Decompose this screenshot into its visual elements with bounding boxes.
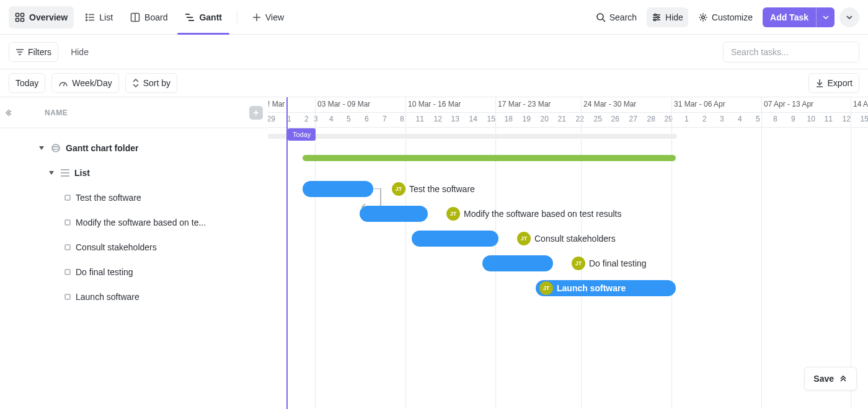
gantt-task-bar[interactable] xyxy=(303,181,373,197)
tab-label: List xyxy=(99,12,113,22)
export-button[interactable]: Export xyxy=(808,73,859,93)
add-task-button[interactable]: Add Task xyxy=(763,12,816,22)
today-button[interactable]: Today xyxy=(9,73,45,93)
week-gridline xyxy=(581,97,582,409)
day-header-label: 25 xyxy=(589,115,607,123)
button-label: Sort by xyxy=(143,78,170,88)
status-square-icon xyxy=(64,244,71,250)
day-header-label: 6 xyxy=(358,115,376,123)
status-square-icon xyxy=(64,294,71,300)
day-header-label: 12 xyxy=(838,115,856,123)
task-label: Test the software xyxy=(76,193,141,203)
tab-gantt[interactable]: Gantt xyxy=(179,6,228,29)
week-header-label: 31 Mar - 06 Apr xyxy=(674,100,725,108)
assignee-avatar[interactable]: JT xyxy=(517,232,531,245)
status-square-icon xyxy=(64,195,71,201)
tree-task-row[interactable]: Launch software xyxy=(0,284,268,309)
button-label: Filters xyxy=(28,47,51,57)
button-label: Week/Day xyxy=(72,78,112,88)
button-label: Today xyxy=(16,78,38,88)
week-header-label: 14 Ap xyxy=(853,100,868,108)
gantt-chart[interactable]: ! Mar03 Mar - 09 Mar10 Mar - 16 Mar17 Ma… xyxy=(268,97,868,409)
svg-point-8 xyxy=(86,19,87,20)
tree-task-row[interactable]: Modify the software based on te... xyxy=(0,210,268,235)
tab-label: Overview xyxy=(29,12,68,22)
day-header-label: 11 xyxy=(820,115,838,123)
day-header-label: 15 xyxy=(856,115,868,123)
filters-button[interactable]: Filters xyxy=(9,42,58,62)
gantt-grid xyxy=(268,128,868,409)
button-label: Search xyxy=(609,12,637,22)
svg-point-4 xyxy=(86,14,87,15)
assignee-avatar[interactable]: JT xyxy=(446,207,460,221)
svg-rect-3 xyxy=(21,18,24,21)
assignee-avatar[interactable]: JT xyxy=(392,182,405,196)
status-square-icon xyxy=(64,219,71,226)
tab-label: View xyxy=(265,12,284,22)
svg-marker-39 xyxy=(49,171,54,175)
week-gridline xyxy=(405,97,406,409)
search-input[interactable] xyxy=(723,42,859,63)
day-header-label: 29 xyxy=(268,115,280,123)
day-header-label: 5 xyxy=(340,115,358,123)
tab-board[interactable]: Board xyxy=(124,6,174,29)
day-header-label: 19 xyxy=(518,115,536,123)
gantt-task-bar[interactable] xyxy=(412,231,498,247)
assignee-avatar[interactable]: JT xyxy=(539,281,553,295)
tree-list-row[interactable]: List xyxy=(0,161,268,185)
week-gridline xyxy=(761,97,762,409)
day-header-label: 4 xyxy=(731,115,749,123)
save-button[interactable]: Save xyxy=(804,367,857,390)
hide-toggle-button[interactable]: Hide xyxy=(64,42,95,62)
button-label: Hide xyxy=(665,12,683,22)
gear-icon xyxy=(698,12,708,22)
more-button[interactable] xyxy=(839,7,859,27)
svg-line-29 xyxy=(63,84,65,87)
tab-add-view[interactable]: View xyxy=(246,6,290,29)
sort-button[interactable]: Sort by xyxy=(125,73,177,93)
task-list-panel: NAME Gantt chart folder List xyxy=(0,97,268,409)
list-icon xyxy=(61,169,69,177)
summary-background xyxy=(268,134,677,139)
tree-task-row[interactable]: Consult stakeholders xyxy=(0,235,268,260)
svg-line-18 xyxy=(603,19,605,22)
day-header-label: 22 xyxy=(571,115,589,123)
hide-button[interactable]: Hide xyxy=(647,7,688,27)
tab-list[interactable]: List xyxy=(79,6,119,29)
task-label: Modify the software based on te... xyxy=(76,218,206,227)
tab-overview[interactable]: Overview xyxy=(9,6,74,29)
day-header-label: 15 xyxy=(482,115,500,123)
week-gridline xyxy=(851,97,851,409)
tree-folder-row[interactable]: Gantt chart folder xyxy=(0,136,268,161)
tree-task-row[interactable]: Do final testing xyxy=(0,260,268,284)
gantt-task-bar[interactable] xyxy=(360,206,428,222)
search-button[interactable]: Search xyxy=(591,7,642,27)
add-column-button[interactable] xyxy=(249,106,263,120)
button-label: Export xyxy=(828,78,852,88)
day-header-label: 3 xyxy=(713,115,731,123)
day-header-label: 21 xyxy=(553,115,571,123)
gantt-task-bar[interactable] xyxy=(482,255,553,271)
collapse-sidebar-button[interactable] xyxy=(2,97,14,128)
svg-point-24 xyxy=(654,19,656,20)
task-tree: Gantt chart folder List Test the softwar… xyxy=(0,128,268,309)
gantt-summary-bar[interactable] xyxy=(303,155,676,161)
customize-button[interactable]: Customize xyxy=(693,7,758,27)
apps-icon xyxy=(15,12,25,22)
button-label: Hide xyxy=(71,47,89,57)
week-gridline xyxy=(671,97,672,409)
svg-point-22 xyxy=(657,16,659,18)
chevron-down-icon xyxy=(823,14,829,20)
task-list-header: NAME xyxy=(0,97,268,128)
day-header-label: 1 xyxy=(678,115,696,123)
day-header-label: 7 xyxy=(376,115,394,123)
search-icon xyxy=(596,12,606,22)
add-task-dropdown[interactable] xyxy=(816,7,835,27)
assignee-avatar[interactable]: JT xyxy=(572,257,585,270)
double-chevron-up-icon xyxy=(839,374,848,383)
top-tab-bar: Overview List Board Gantt View xyxy=(0,0,868,35)
tree-task-row[interactable]: Test the software xyxy=(0,185,268,210)
day-header-label: 4 xyxy=(322,115,340,123)
timescale-button[interactable]: Week/Day xyxy=(51,73,118,93)
svg-point-38 xyxy=(52,147,60,149)
